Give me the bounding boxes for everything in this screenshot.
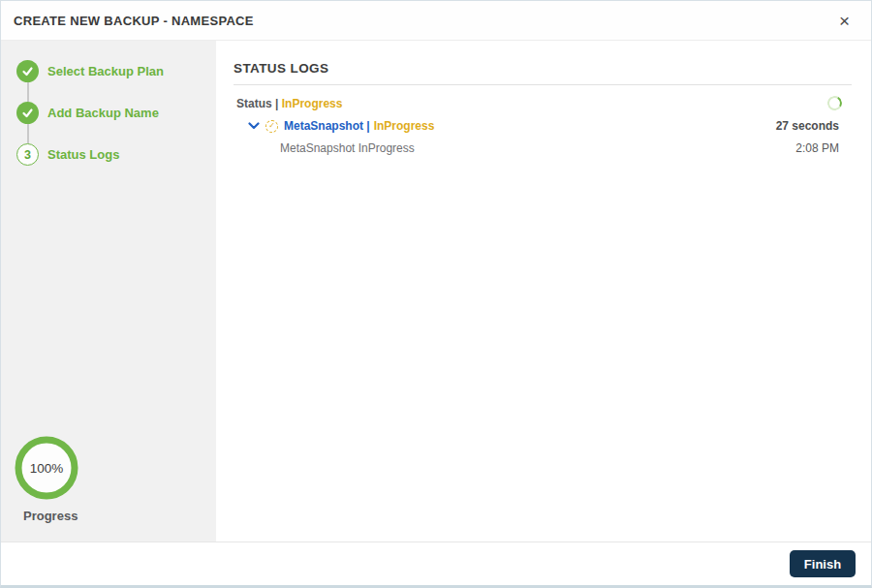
log-detail-text: MetaSnapshot InProgress (234, 141, 415, 155)
chevron-down-icon[interactable] (248, 122, 260, 130)
step-label: Status Logs (47, 147, 119, 162)
status-summary: Status | InProgress (234, 97, 342, 110)
log-entry-duration: 27 seconds (776, 119, 839, 133)
step-label: Select Backup Plan (47, 64, 164, 78)
check-circle-icon (16, 102, 39, 124)
log-detail-row: MetaSnapshot InProgress 2:08 PM (234, 141, 852, 155)
modal-footer: Finish (1, 542, 871, 585)
progress-label: Progress (23, 509, 101, 523)
modal-body: Select Backup Plan Add Backup Name 3 Sta… (1, 41, 871, 542)
step-number-circle: 3 (16, 143, 39, 166)
status-value: InProgress (282, 97, 343, 110)
status-logs-panel: STATUS LOGS Status | InProgress ✓ MetaSn… (216, 41, 871, 542)
check-circle-icon (16, 60, 39, 82)
step-connector (27, 124, 29, 143)
progress-percent: 100% (14, 435, 79, 501)
step-connector (27, 82, 29, 102)
modal-header: CREATE NEW BACKUP - NAMESPACE × (1, 1, 871, 41)
finish-button[interactable]: Finish (790, 550, 856, 577)
status-prefix: Status | (236, 97, 278, 110)
pending-check-badge-icon: ✓ (265, 120, 278, 133)
log-entry-status: InProgress (374, 119, 435, 133)
create-backup-modal: CREATE NEW BACKUP - NAMESPACE × Select B… (0, 0, 872, 588)
progress-indicator: 100% Progress (14, 435, 101, 523)
loading-spinner-icon (825, 94, 843, 111)
status-summary-row: Status | InProgress (234, 96, 852, 110)
step-add-backup-name[interactable]: Add Backup Name (16, 102, 216, 124)
modal-title: CREATE NEW BACKUP - NAMESPACE (14, 14, 254, 28)
step-select-backup-plan[interactable]: Select Backup Plan (16, 60, 216, 82)
step-label: Add Backup Name (47, 106, 159, 120)
log-entry-row[interactable]: ✓ MetaSnapshot | InProgress 27 seconds (234, 119, 852, 133)
panel-heading: STATUS LOGS (234, 61, 852, 76)
divider (234, 84, 852, 85)
log-entry-name: MetaSnapshot | (284, 119, 370, 133)
wizard-sidebar: Select Backup Plan Add Backup Name 3 Sta… (1, 41, 216, 542)
close-icon[interactable]: × (835, 10, 854, 32)
log-detail-time: 2:08 PM (795, 141, 839, 155)
step-status-logs[interactable]: 3 Status Logs (16, 143, 216, 166)
